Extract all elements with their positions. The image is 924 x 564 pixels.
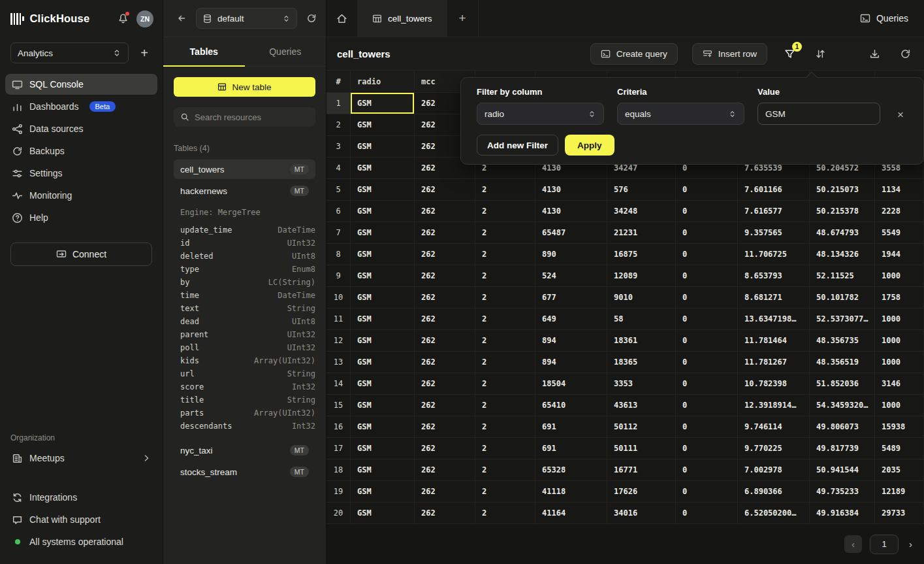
create-query-button[interactable]: Create query [590, 43, 678, 65]
column-header-0[interactable]: # [327, 71, 351, 92]
add-workspace-button[interactable]: + [135, 44, 153, 62]
table-item-nyc-taxi[interactable]: nyc_taxi MT [174, 440, 315, 460]
table-cell[interactable]: 41164 [535, 503, 607, 523]
current-page[interactable]: 1 [870, 535, 899, 554]
previous-page-button[interactable]: ‹ [844, 535, 862, 553]
table-cell[interactable]: 2 [475, 459, 535, 480]
table-cell[interactable]: 12.3918914… [738, 395, 810, 416]
filter-value-input[interactable] [757, 103, 880, 125]
table-cell[interactable]: 12089 [607, 265, 676, 286]
table-cell[interactable]: 0 [676, 222, 738, 243]
table-cell[interactable]: 65410 [535, 395, 607, 416]
table-cell[interactable]: GSM [351, 308, 415, 329]
table-cell[interactable]: GSM [351, 114, 415, 135]
tab-queries[interactable]: Queries [245, 37, 327, 66]
table-cell[interactable]: 2 [475, 201, 535, 222]
row-number-cell[interactable]: 5 [327, 179, 351, 200]
table-cell[interactable]: GSM [351, 395, 415, 416]
download-icon[interactable] [867, 46, 883, 62]
row-number-cell[interactable]: 3 [327, 136, 351, 157]
avatar[interactable]: ZN [136, 10, 153, 27]
table-cell[interactable]: 18361 [607, 330, 676, 351]
table-cell[interactable]: 52.11525 [810, 265, 875, 286]
clickhouse-home-link[interactable]: ClickHouse [10, 12, 89, 25]
table-cell[interactable]: 21231 [607, 222, 676, 243]
table-cell[interactable]: 262 [415, 503, 475, 523]
table-cell[interactable]: 5489 [875, 438, 924, 459]
table-cell[interactable]: 262 [415, 287, 475, 308]
table-cell[interactable]: 0 [676, 287, 738, 308]
row-number-cell[interactable]: 14 [327, 373, 351, 394]
table-cell[interactable]: 2 [475, 373, 535, 394]
refresh-table-icon[interactable] [897, 46, 914, 62]
table-cell[interactable]: 48.674793 [810, 222, 875, 243]
table-cell[interactable]: GSM [351, 222, 415, 243]
table-cell[interactable]: GSM [351, 503, 415, 523]
table-cell[interactable]: 52.5373077… [810, 308, 875, 329]
table-cell[interactable]: 0 [676, 503, 738, 523]
sidebar-item-dashboards[interactable]: Dashboards Beta [5, 96, 157, 117]
table-cell[interactable]: 262 [415, 481, 475, 502]
row-number-cell[interactable]: 8 [327, 244, 351, 265]
row-number-cell[interactable]: 20 [327, 503, 351, 523]
table-cell[interactable]: GSM [351, 373, 415, 394]
table-cell[interactable]: 0 [676, 244, 738, 265]
table-cell[interactable]: 0 [676, 395, 738, 416]
sidebar-item-settings[interactable]: Settings [5, 163, 157, 184]
refresh-database-icon[interactable] [306, 13, 317, 24]
queries-button[interactable]: Queries [844, 0, 924, 37]
table-cell[interactable]: 18365 [607, 352, 676, 373]
table-cell[interactable]: 3146 [875, 373, 924, 394]
table-cell[interactable]: 17626 [607, 481, 676, 502]
table-cell[interactable]: 11.781267 [738, 352, 810, 373]
table-cell[interactable]: 2035 [875, 459, 924, 480]
table-cell[interactable]: 34248 [607, 201, 676, 222]
table-cell[interactable]: 6.52050200… [738, 503, 810, 523]
table-cell[interactable]: 1000 [875, 308, 924, 329]
table-item-cell-towers[interactable]: cell_towers MT [174, 159, 315, 179]
table-cell[interactable]: 2 [475, 503, 535, 523]
table-cell[interactable]: 43613 [607, 395, 676, 416]
table-cell[interactable]: 0 [676, 330, 738, 351]
table-cell[interactable]: GSM [351, 201, 415, 222]
table-cell[interactable]: 1000 [875, 352, 924, 373]
table-cell[interactable]: 34016 [607, 503, 676, 523]
table-cell[interactable]: 16771 [607, 459, 676, 480]
sidebar-item-data-sources[interactable]: Data sources [5, 118, 157, 139]
table-cell[interactable]: GSM [351, 136, 415, 157]
table-cell[interactable]: GSM [351, 158, 415, 178]
table-cell[interactable]: 7.616577 [738, 201, 810, 222]
apply-filter-button[interactable]: Apply [565, 135, 614, 156]
row-number-cell[interactable]: 2 [327, 114, 351, 135]
table-cell[interactable]: 2 [475, 481, 535, 502]
table-cell[interactable]: 50.215073 [810, 179, 875, 200]
table-cell[interactable]: 49.806073 [810, 416, 875, 437]
table-cell[interactable]: GSM [351, 438, 415, 459]
table-cell[interactable]: 50112 [607, 416, 676, 437]
table-cell[interactable]: 262 [415, 373, 475, 394]
table-cell[interactable]: 50.101782 [810, 287, 875, 308]
add-new-filter-button[interactable]: Add new Filter [477, 135, 558, 156]
table-cell[interactable]: 58 [607, 308, 676, 329]
table-cell[interactable]: 0 [676, 265, 738, 286]
table-cell[interactable]: 9.357565 [738, 222, 810, 243]
table-cell[interactable]: GSM [351, 352, 415, 373]
row-number-cell[interactable]: 17 [327, 438, 351, 459]
tab-cell-towers[interactable]: cell_towers [358, 0, 447, 37]
table-cell[interactable]: 9.746114 [738, 416, 810, 437]
table-cell[interactable]: 262 [415, 395, 475, 416]
table-cell[interactable]: 50.215378 [810, 201, 875, 222]
table-cell[interactable]: 1000 [875, 395, 924, 416]
table-cell[interactable]: GSM [351, 179, 415, 200]
new-table-button[interactable]: New table [174, 77, 315, 97]
tab-tables[interactable]: Tables [163, 37, 245, 66]
table-cell[interactable]: 2 [475, 179, 535, 200]
sidebar-item-integrations[interactable]: Integrations [5, 487, 157, 508]
row-number-cell[interactable]: 18 [327, 459, 351, 480]
table-cell[interactable]: 262 [415, 330, 475, 351]
table-cell[interactable]: 11.781464 [738, 330, 810, 351]
table-cell[interactable]: 2 [475, 330, 535, 351]
table-cell[interactable]: 4130 [535, 201, 607, 222]
table-cell[interactable]: 2 [475, 265, 535, 286]
table-cell[interactable]: GSM [351, 93, 415, 114]
